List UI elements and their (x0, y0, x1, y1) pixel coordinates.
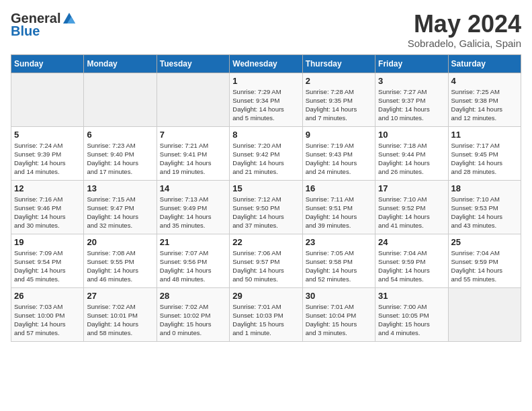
day-info: Sunrise: 7:29 AM Sunset: 9:34 PM Dayligh… (232, 87, 299, 123)
day-cell: 29Sunrise: 7:01 AM Sunset: 10:03 PM Dayl… (230, 287, 302, 341)
day-info: Sunrise: 7:08 AM Sunset: 9:55 PM Dayligh… (87, 248, 153, 284)
day-number: 18 (451, 183, 518, 193)
day-cell (11, 73, 84, 126)
day-number: 2 (306, 76, 372, 86)
week-row-3: 12Sunrise: 7:16 AM Sunset: 9:46 PM Dayli… (11, 180, 521, 234)
day-cell: 13Sunrise: 7:15 AM Sunset: 9:47 PM Dayli… (84, 180, 157, 234)
day-cell: 2Sunrise: 7:28 AM Sunset: 9:35 PM Daylig… (302, 73, 375, 126)
day-info: Sunrise: 7:24 AM Sunset: 9:39 PM Dayligh… (14, 141, 81, 177)
day-info: Sunrise: 7:15 AM Sunset: 9:47 PM Dayligh… (87, 195, 153, 230)
day-number: 13 (87, 183, 153, 193)
day-cell: 28Sunrise: 7:02 AM Sunset: 10:02 PM Dayl… (157, 287, 229, 341)
day-cell: 16Sunrise: 7:11 AM Sunset: 9:51 PM Dayli… (302, 180, 375, 234)
day-info: Sunrise: 7:09 AM Sunset: 9:54 PM Dayligh… (14, 248, 81, 284)
day-info: Sunrise: 7:04 AM Sunset: 9:59 PM Dayligh… (451, 248, 518, 284)
day-info: Sunrise: 7:11 AM Sunset: 9:51 PM Dayligh… (306, 195, 372, 230)
day-number: 19 (14, 237, 81, 247)
week-row-5: 26Sunrise: 7:03 AM Sunset: 10:00 PM Dayl… (11, 287, 521, 341)
day-cell: 21Sunrise: 7:07 AM Sunset: 9:56 PM Dayli… (157, 234, 229, 287)
day-number: 12 (14, 183, 81, 193)
title-area: May 2024 Sobradelo, Galicia, Spain (408, 11, 521, 49)
day-cell: 26Sunrise: 7:03 AM Sunset: 10:00 PM Dayl… (11, 287, 84, 341)
day-number: 1 (232, 76, 299, 86)
day-cell: 14Sunrise: 7:13 AM Sunset: 9:49 PM Dayli… (157, 180, 229, 234)
day-number: 17 (378, 183, 445, 193)
day-number: 27 (87, 291, 153, 301)
day-cell: 30Sunrise: 7:01 AM Sunset: 10:04 PM Dayl… (302, 287, 375, 341)
day-number: 24 (378, 237, 445, 247)
month-title: May 2024 (408, 11, 521, 38)
day-cell: 25Sunrise: 7:04 AM Sunset: 9:59 PM Dayli… (448, 234, 521, 287)
day-info: Sunrise: 7:02 AM Sunset: 10:02 PM Daylig… (160, 302, 226, 338)
day-number: 5 (14, 130, 81, 140)
day-cell: 1Sunrise: 7:29 AM Sunset: 9:34 PM Daylig… (230, 73, 302, 126)
day-number: 26 (14, 291, 81, 301)
day-info: Sunrise: 7:23 AM Sunset: 9:40 PM Dayligh… (87, 141, 153, 177)
day-info: Sunrise: 7:10 AM Sunset: 9:52 PM Dayligh… (378, 195, 445, 230)
day-info: Sunrise: 7:13 AM Sunset: 9:49 PM Dayligh… (160, 195, 226, 230)
day-info: Sunrise: 7:27 AM Sunset: 9:37 PM Dayligh… (378, 87, 445, 123)
day-cell: 12Sunrise: 7:16 AM Sunset: 9:46 PM Dayli… (11, 180, 84, 234)
day-number: 15 (232, 183, 299, 193)
weekday-header-saturday: Saturday (448, 54, 521, 73)
day-number: 21 (160, 237, 226, 247)
day-info: Sunrise: 7:16 AM Sunset: 9:46 PM Dayligh… (14, 195, 81, 230)
day-info: Sunrise: 7:06 AM Sunset: 9:57 PM Dayligh… (232, 248, 299, 284)
day-info: Sunrise: 7:01 AM Sunset: 10:04 PM Daylig… (306, 302, 372, 338)
day-cell: 3Sunrise: 7:27 AM Sunset: 9:37 PM Daylig… (375, 73, 448, 126)
day-number: 11 (451, 130, 518, 140)
weekday-header-row: SundayMondayTuesdayWednesdayThursdayFrid… (11, 54, 521, 73)
weekday-header-sunday: Sunday (11, 54, 84, 73)
day-cell (448, 287, 521, 341)
week-row-1: 1Sunrise: 7:29 AM Sunset: 9:34 PM Daylig… (11, 73, 521, 126)
day-info: Sunrise: 7:12 AM Sunset: 9:50 PM Dayligh… (232, 195, 299, 230)
day-number: 4 (451, 76, 518, 86)
day-info: Sunrise: 7:19 AM Sunset: 9:43 PM Dayligh… (306, 141, 372, 177)
day-number: 9 (306, 130, 372, 140)
day-number: 3 (378, 76, 445, 86)
day-number: 22 (232, 237, 299, 247)
day-number: 31 (378, 291, 445, 301)
day-info: Sunrise: 7:05 AM Sunset: 9:58 PM Dayligh… (306, 248, 372, 284)
day-cell: 31Sunrise: 7:00 AM Sunset: 10:05 PM Dayl… (375, 287, 448, 341)
day-number: 25 (451, 237, 518, 247)
day-cell: 7Sunrise: 7:21 AM Sunset: 9:41 PM Daylig… (157, 126, 229, 180)
page-header: General Blue May 2024 Sobradelo, Galicia… (11, 11, 521, 49)
day-cell: 20Sunrise: 7:08 AM Sunset: 9:55 PM Dayli… (84, 234, 157, 287)
day-cell: 24Sunrise: 7:04 AM Sunset: 9:59 PM Dayli… (375, 234, 448, 287)
day-cell: 6Sunrise: 7:23 AM Sunset: 9:40 PM Daylig… (84, 126, 157, 180)
weekday-header-tuesday: Tuesday (157, 54, 229, 73)
day-cell (157, 73, 229, 126)
logo-blue-text: Blue (11, 24, 40, 39)
day-info: Sunrise: 7:04 AM Sunset: 9:59 PM Dayligh… (378, 248, 445, 284)
location-subtitle: Sobradelo, Galicia, Spain (408, 38, 521, 49)
day-info: Sunrise: 7:20 AM Sunset: 9:42 PM Dayligh… (232, 141, 299, 177)
day-info: Sunrise: 7:17 AM Sunset: 9:45 PM Dayligh… (451, 141, 518, 177)
day-cell: 18Sunrise: 7:10 AM Sunset: 9:53 PM Dayli… (448, 180, 521, 234)
day-info: Sunrise: 7:00 AM Sunset: 10:05 PM Daylig… (378, 302, 445, 338)
day-info: Sunrise: 7:01 AM Sunset: 10:03 PM Daylig… (232, 302, 299, 338)
logo-icon (62, 11, 77, 26)
weekday-header-friday: Friday (375, 54, 448, 73)
day-cell: 17Sunrise: 7:10 AM Sunset: 9:52 PM Dayli… (375, 180, 448, 234)
day-cell: 9Sunrise: 7:19 AM Sunset: 9:43 PM Daylig… (302, 126, 375, 180)
logo: General Blue (11, 11, 77, 39)
day-info: Sunrise: 7:03 AM Sunset: 10:00 PM Daylig… (14, 302, 81, 338)
day-cell: 4Sunrise: 7:25 AM Sunset: 9:38 PM Daylig… (448, 73, 521, 126)
day-cell: 15Sunrise: 7:12 AM Sunset: 9:50 PM Dayli… (230, 180, 302, 234)
day-info: Sunrise: 7:18 AM Sunset: 9:44 PM Dayligh… (378, 141, 445, 177)
day-number: 30 (306, 291, 372, 301)
day-info: Sunrise: 7:25 AM Sunset: 9:38 PM Dayligh… (451, 87, 518, 123)
day-number: 16 (306, 183, 372, 193)
day-number: 14 (160, 183, 226, 193)
day-number: 28 (160, 291, 226, 301)
day-cell: 22Sunrise: 7:06 AM Sunset: 9:57 PM Dayli… (230, 234, 302, 287)
day-number: 20 (87, 237, 153, 247)
weekday-header-thursday: Thursday (302, 54, 375, 73)
weekday-header-monday: Monday (84, 54, 157, 73)
week-row-2: 5Sunrise: 7:24 AM Sunset: 9:39 PM Daylig… (11, 126, 521, 180)
day-info: Sunrise: 7:07 AM Sunset: 9:56 PM Dayligh… (160, 248, 226, 284)
day-number: 23 (306, 237, 372, 247)
day-number: 8 (232, 130, 299, 140)
calendar-table: SundayMondayTuesdayWednesdayThursdayFrid… (11, 54, 521, 342)
